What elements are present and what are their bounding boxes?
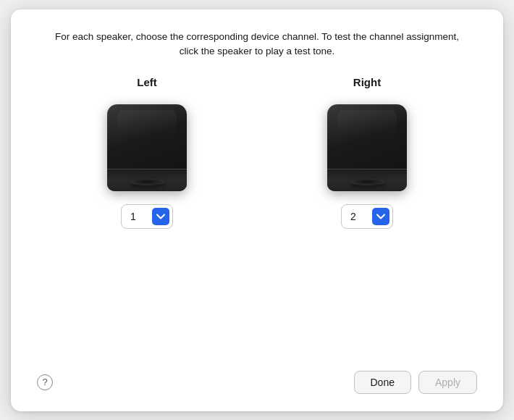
left-channel-selector[interactable]: 1 xyxy=(121,204,173,229)
right-speaker-column: Right 2 xyxy=(327,76,407,229)
left-speaker-highlight xyxy=(117,110,177,139)
left-speaker-icon[interactable] xyxy=(107,104,187,191)
left-speaker-column: Left 1 xyxy=(107,76,187,229)
right-speaker-highlight xyxy=(337,110,397,139)
right-speaker-label: Right xyxy=(353,76,381,88)
help-button[interactable]: ? xyxy=(37,374,53,390)
speaker-config-dialog: For each speaker, choose the correspondi… xyxy=(11,9,503,411)
left-channel-value: 1 xyxy=(130,211,148,222)
dialog-footer: ? Done Apply xyxy=(37,362,477,394)
description-text: For each speaker, choose the correspondi… xyxy=(37,30,477,59)
right-channel-selector[interactable]: 2 xyxy=(341,204,393,229)
right-speaker-body[interactable] xyxy=(327,104,407,191)
apply-button: Apply xyxy=(418,371,477,394)
speakers-row: Left 1 Right xyxy=(37,76,477,362)
right-channel-value: 2 xyxy=(350,211,368,222)
done-button[interactable]: Done xyxy=(354,371,411,394)
left-speaker-body[interactable] xyxy=(107,104,187,191)
chevron-down-icon xyxy=(156,212,165,221)
chevron-down-icon xyxy=(376,212,385,221)
left-channel-dropdown[interactable] xyxy=(152,208,169,225)
action-buttons: Done Apply xyxy=(354,371,478,394)
left-speaker-label: Left xyxy=(137,76,157,88)
right-speaker-icon[interactable] xyxy=(327,104,407,191)
right-channel-dropdown[interactable] xyxy=(372,208,389,225)
